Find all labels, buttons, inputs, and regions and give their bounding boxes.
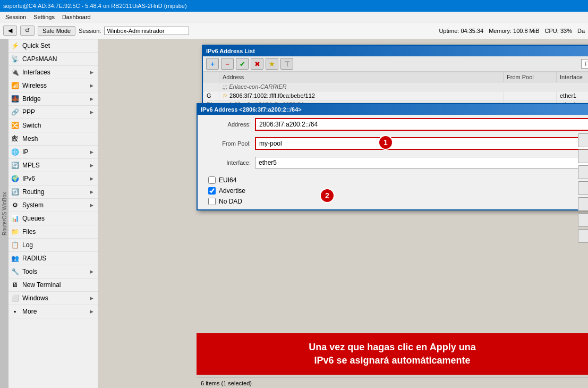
- sidebar-label-radius: RADIUS: [22, 255, 46, 262]
- log-icon: 📋: [11, 241, 19, 249]
- sidebar-label-queues: Queues: [22, 215, 45, 222]
- sidebar-item-mpls[interactable]: 🔄MPLS: [0, 159, 98, 172]
- sidebar-item-radius[interactable]: 👥RADIUS: [0, 252, 98, 265]
- menu-dashboard[interactable]: Dashboard: [59, 13, 94, 21]
- add-button[interactable]: +: [206, 58, 219, 70]
- sidebar-label-bridge: Bridge: [22, 95, 41, 103]
- switch-icon: 🔀: [11, 121, 19, 130]
- sidebar-item-tools[interactable]: 🔧Tools: [0, 265, 98, 279]
- apply-button[interactable]: Apply: [578, 165, 588, 179]
- sidebar-item-mesh[interactable]: 🕸Mesh: [0, 132, 98, 146]
- wireless-icon: 📶: [11, 81, 19, 90]
- sidebar-label: RouterOS WinBox: [0, 39, 8, 388]
- banner-line1: Una vez que hagas clic en Apply una: [207, 341, 577, 354]
- sidebar-item-system[interactable]: ⚙System: [0, 199, 98, 212]
- table-row[interactable]: G🏳 2806:3f7:1002::ffff:f0ca:bebe/112ethe…: [203, 91, 589, 100]
- sidebar-label-new-terminal: New Terminal: [22, 281, 61, 289]
- menu-session[interactable]: Session: [2, 13, 29, 21]
- sidebar-item-switch[interactable]: 🔀Switch: [0, 119, 98, 132]
- sidebar-label-files: Files: [22, 228, 36, 235]
- edit-buttons: OK Cancel Apply Disable Comment Copy rem…: [578, 133, 588, 243]
- sidebar-item-quick-set[interactable]: ⚡Quick Set: [0, 39, 98, 53]
- red-banner: Una vez que hagas clic en Apply una IPv6…: [197, 333, 588, 375]
- nodad-checkbox[interactable]: [208, 198, 216, 205]
- copy-button[interactable]: Copy: [578, 213, 588, 227]
- col-flag: [203, 72, 219, 82]
- new-terminal-icon: 🖥: [11, 281, 19, 289]
- sidebar-label-routing: Routing: [22, 188, 44, 196]
- radius-icon: 👥: [11, 254, 19, 263]
- banner-line2: IPv6 se asignará automáticamente: [207, 354, 577, 367]
- cpu-text: CPU: 33%: [545, 28, 572, 34]
- more-icon: ▪: [11, 307, 19, 316]
- sidebar-label-ip: IP: [22, 148, 28, 156]
- uptime-section: Uptime: 04:35:34 Memory: 100.8 MiB CPU: …: [439, 28, 585, 34]
- from-pool-select[interactable]: my-pool: [255, 137, 588, 150]
- interface-select[interactable]: ether5: [255, 157, 588, 168]
- sidebar-label-system: System: [22, 201, 44, 209]
- files-icon: 📁: [11, 227, 19, 236]
- comment-button[interactable]: Comment: [578, 197, 588, 211]
- ip-icon: 🌐: [11, 148, 19, 156]
- sidebar-item-interfaces[interactable]: 🔌Interfaces: [0, 66, 98, 79]
- sidebar-item-more[interactable]: ▪More: [0, 305, 98, 318]
- delete-button[interactable]: −: [221, 58, 234, 70]
- eui64-checkbox-row: EUI64: [208, 176, 588, 184]
- cancel-button[interactable]: Cancel: [578, 149, 588, 163]
- content-area: IPv6 Address List _ □ ✕ + − ✔ ✖ ★ ⊤ ▼: [98, 39, 588, 388]
- capsman-icon: 📡: [11, 55, 19, 63]
- advertise-checkbox[interactable]: [208, 187, 216, 195]
- sidebar-item-wireless[interactable]: 📶Wireless: [0, 79, 98, 92]
- remove-button[interactable]: remove: [578, 229, 588, 243]
- table-section-row: ;;; Enlace-con-CARRIER: [203, 82, 589, 91]
- sidebar-item-ip[interactable]: 🌐IP: [0, 146, 98, 159]
- ok-button[interactable]: OK: [578, 133, 588, 147]
- eui64-checkbox[interactable]: [208, 176, 216, 184]
- address-input[interactable]: [255, 118, 588, 131]
- filter-button[interactable]: ⊤: [280, 58, 293, 70]
- check-button[interactable]: ✔: [236, 58, 249, 70]
- ipv6-icon: 🌍: [11, 174, 19, 183]
- status-text: 6 items (1 selected): [201, 380, 252, 386]
- disable-button[interactable]: Disable: [578, 181, 588, 195]
- sidebar-label-quick-set: Quick Set: [22, 42, 50, 49]
- sidebar-label-switch: Switch: [22, 122, 41, 129]
- mesh-icon: 🕸: [11, 134, 19, 143]
- sidebar-label-windows: Windows: [22, 294, 48, 302]
- menu-settings[interactable]: Settings: [30, 13, 58, 21]
- star-button[interactable]: ★: [266, 58, 278, 70]
- interfaces-icon: 🔌: [11, 68, 19, 77]
- checkboxes-row: EUI64 Advertise No DAD 2: [198, 172, 588, 209]
- forward-button[interactable]: ↺: [20, 26, 35, 36]
- address-row: Address:: [198, 115, 588, 134]
- sidebar-item-bridge[interactable]: 🌉Bridge: [0, 92, 98, 106]
- col-pool: From Pool: [504, 72, 557, 82]
- sidebar-label-tools: Tools: [22, 268, 37, 275]
- advertise-label: Advertise: [219, 187, 245, 195]
- sidebar-item-ipv6[interactable]: 🌍IPv6: [0, 172, 98, 185]
- address-label: Address:: [203, 121, 251, 128]
- sidebar-item-routing[interactable]: 🔃Routing: [0, 185, 98, 199]
- sidebar-item-new-terminal[interactable]: 🖥New Terminal: [0, 279, 98, 292]
- back-button[interactable]: ◀: [3, 26, 17, 36]
- find-input[interactable]: [581, 59, 588, 69]
- safe-mode-button[interactable]: Safe Mode: [38, 26, 75, 36]
- sidebar-label-ipv6: IPv6: [22, 175, 35, 182]
- routing-icon: 🔃: [11, 188, 19, 196]
- sidebar-item-windows[interactable]: ⬜Windows: [0, 292, 98, 305]
- sidebar-label-capsman: CAPsMAAN: [22, 55, 57, 63]
- sidebar-label-more: More: [22, 308, 37, 315]
- title-bar-text: soporte@C4:AD:34:7E:92:5C - 5.48.4 on RB…: [3, 3, 187, 9]
- toolbar: ◀ ↺ Safe Mode Session: Uptime: 04:35:34 …: [0, 22, 588, 39]
- col-iface: Interface: [557, 72, 589, 82]
- sidebar-item-queues[interactable]: 📊Queues: [0, 212, 98, 225]
- sidebar-label-mesh: Mesh: [22, 135, 38, 142]
- sidebar-item-log[interactable]: 📋Log: [0, 239, 98, 252]
- sidebar-item-capsman[interactable]: 📡CAPsMAAN: [0, 53, 98, 66]
- session-input[interactable]: [104, 27, 189, 35]
- sidebar: ⚡Quick Set📡CAPsMAAN🔌Interfaces📶Wireless🌉…: [0, 39, 98, 388]
- from-pool-row: From Pool: my-pool ▲ ▼ 1: [198, 134, 588, 153]
- x-button[interactable]: ✖: [251, 58, 263, 70]
- sidebar-item-files[interactable]: 📁Files: [0, 225, 98, 239]
- sidebar-item-ppp[interactable]: 🔗PPP: [0, 106, 98, 119]
